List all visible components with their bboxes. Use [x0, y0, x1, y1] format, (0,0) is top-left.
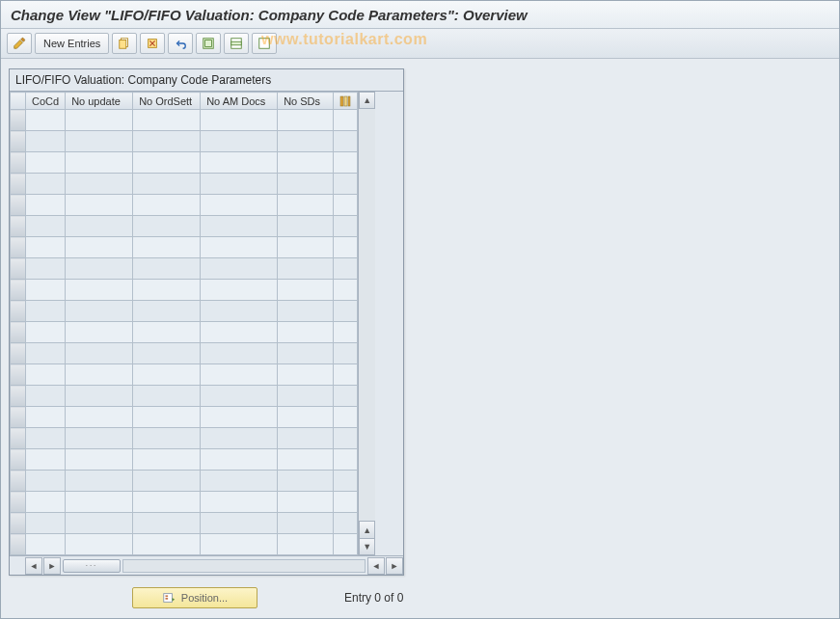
cell-cocd[interactable] — [26, 534, 66, 555]
row-handle[interactable] — [11, 407, 26, 428]
cell-nosds[interactable] — [278, 428, 334, 449]
cell-cocd[interactable] — [26, 343, 66, 364]
cell-noamdocs[interactable] — [201, 492, 278, 513]
cell-noamdocs[interactable] — [201, 364, 278, 386]
row-handle[interactable] — [11, 492, 26, 513]
table-row[interactable] — [11, 195, 358, 216]
col-header-nosds[interactable]: No SDs — [278, 93, 334, 110]
cell-cocd[interactable] — [26, 110, 66, 131]
cell-noordsett[interactable] — [133, 428, 201, 449]
cell-noupdate[interactable] — [66, 301, 133, 322]
cell-nosds[interactable] — [278, 449, 334, 471]
vertical-scrollbar[interactable]: ▲ ▲ ▼ — [358, 92, 375, 555]
cell-noamdocs[interactable] — [201, 449, 278, 471]
cell-noupdate[interactable] — [66, 513, 133, 534]
cell-nosds[interactable] — [278, 131, 334, 152]
cell-noamdocs[interactable] — [201, 216, 278, 237]
cell-nosds[interactable] — [278, 216, 334, 237]
cell-noamdocs[interactable] — [201, 534, 278, 555]
row-handle[interactable] — [11, 386, 26, 407]
cell-noupdate[interactable] — [66, 534, 133, 555]
cell-nosds[interactable] — [278, 407, 334, 428]
horizontal-scrollbar[interactable]: ◄ ► ··· ◄ ► — [10, 555, 403, 575]
cell-nosds[interactable] — [278, 492, 334, 513]
cell-noupdate[interactable] — [66, 152, 133, 174]
cell-cocd[interactable] — [26, 216, 66, 237]
col-header-noordsett[interactable]: No OrdSett — [133, 93, 201, 110]
table-row[interactable] — [11, 534, 358, 555]
row-handle[interactable] — [11, 152, 26, 174]
data-grid[interactable]: CoCd No update No OrdSett No AM Docs No … — [10, 92, 358, 555]
row-handle[interactable] — [11, 428, 26, 449]
row-handle[interactable] — [11, 343, 26, 364]
table-row[interactable] — [11, 364, 358, 386]
cell-noamdocs[interactable] — [201, 152, 278, 174]
cell-nosds[interactable] — [278, 364, 334, 386]
cell-noordsett[interactable] — [133, 110, 201, 131]
cell-noordsett[interactable] — [133, 364, 201, 386]
cell-noamdocs[interactable] — [201, 131, 278, 152]
scroll-left-start-button[interactable]: ◄ — [25, 557, 42, 575]
cell-noamdocs[interactable] — [201, 513, 278, 534]
scroll-right-button[interactable]: ◄ — [367, 557, 385, 575]
cell-noamdocs[interactable] — [201, 237, 278, 258]
row-handle[interactable] — [11, 449, 26, 471]
cell-noordsett[interactable] — [133, 131, 201, 152]
select-all-button[interactable] — [196, 33, 221, 54]
table-row[interactable] — [11, 343, 358, 364]
row-handle[interactable] — [11, 471, 26, 492]
row-handle[interactable] — [11, 322, 26, 343]
table-row[interactable] — [11, 237, 358, 258]
select-block-button[interactable] — [224, 33, 249, 54]
cell-noordsett[interactable] — [133, 152, 201, 174]
cell-nosds[interactable] — [278, 343, 334, 364]
column-config-button[interactable] — [334, 93, 358, 110]
col-header-cocd[interactable]: CoCd — [26, 93, 66, 110]
cell-noupdate[interactable] — [66, 174, 133, 195]
row-handle[interactable] — [11, 280, 26, 301]
delete-button[interactable] — [140, 33, 165, 54]
table-row[interactable] — [11, 449, 358, 471]
scroll-down-bottom-button[interactable]: ▲ — [359, 521, 375, 538]
table-row[interactable] — [11, 322, 358, 343]
cell-noamdocs[interactable] — [201, 471, 278, 492]
cell-cocd[interactable] — [26, 280, 66, 301]
undo-change-button[interactable] — [168, 33, 193, 54]
cell-noupdate[interactable] — [66, 131, 133, 152]
cell-noupdate[interactable] — [66, 407, 133, 428]
cell-noamdocs[interactable] — [201, 386, 278, 407]
row-handle[interactable] — [11, 513, 26, 534]
cell-noordsett[interactable] — [133, 492, 201, 513]
scroll-down-button[interactable]: ▼ — [359, 538, 375, 555]
cell-noupdate[interactable] — [66, 280, 133, 301]
cell-noamdocs[interactable] — [201, 301, 278, 322]
cell-noupdate[interactable] — [66, 258, 133, 280]
row-handle[interactable] — [11, 237, 26, 258]
cell-noupdate[interactable] — [66, 216, 133, 237]
cell-cocd[interactable] — [26, 513, 66, 534]
scroll-left-button[interactable]: ► — [43, 557, 61, 575]
table-row[interactable] — [11, 110, 358, 131]
scroll-right-end-button[interactable]: ► — [386, 557, 403, 575]
table-row[interactable] — [11, 407, 358, 428]
col-header-noamdocs[interactable]: No AM Docs — [201, 93, 278, 110]
row-handle[interactable] — [11, 534, 26, 555]
cell-noamdocs[interactable] — [201, 428, 278, 449]
table-row[interactable] — [11, 131, 358, 152]
cell-noamdocs[interactable] — [201, 407, 278, 428]
cell-noamdocs[interactable] — [201, 280, 278, 301]
cell-cocd[interactable] — [26, 386, 66, 407]
cell-noordsett[interactable] — [133, 258, 201, 280]
row-handle[interactable] — [11, 364, 26, 386]
cell-noupdate[interactable] — [66, 343, 133, 364]
cell-cocd[interactable] — [26, 237, 66, 258]
table-row[interactable] — [11, 258, 358, 280]
cell-noordsett[interactable] — [133, 280, 201, 301]
table-row[interactable] — [11, 152, 358, 174]
new-entries-button[interactable]: New Entries — [35, 33, 109, 54]
cell-nosds[interactable] — [278, 110, 334, 131]
change-display-button[interactable] — [7, 33, 32, 54]
row-handle[interactable] — [11, 216, 26, 237]
cell-noamdocs[interactable] — [201, 174, 278, 195]
cell-nosds[interactable] — [278, 471, 334, 492]
